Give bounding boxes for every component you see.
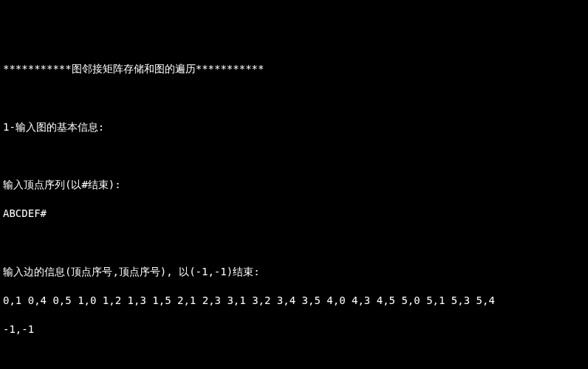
section1-heading: 1-输入图的基本信息:	[3, 120, 585, 135]
edge-input-line2: -1,-1	[3, 323, 585, 337]
vertex-input: ABCDEF#	[3, 207, 585, 221]
blank-line	[3, 236, 585, 251]
title-line: ***********图邻接矩阵存储和图的遍历***********	[3, 62, 585, 77]
blank-line	[3, 149, 585, 164]
edge-prompt: 输入边的信息(顶点序号,顶点序号), 以(-1,-1)结束:	[3, 265, 585, 280]
vertex-prompt: 输入顶点序列(以#结束):	[3, 178, 585, 193]
edge-input-line1: 0,1 0,4 0,5 1,0 1,2 1,3 1,5 2,1 2,3 3,1 …	[3, 294, 585, 308]
blank-line	[3, 92, 585, 106]
blank-line	[3, 351, 585, 366]
